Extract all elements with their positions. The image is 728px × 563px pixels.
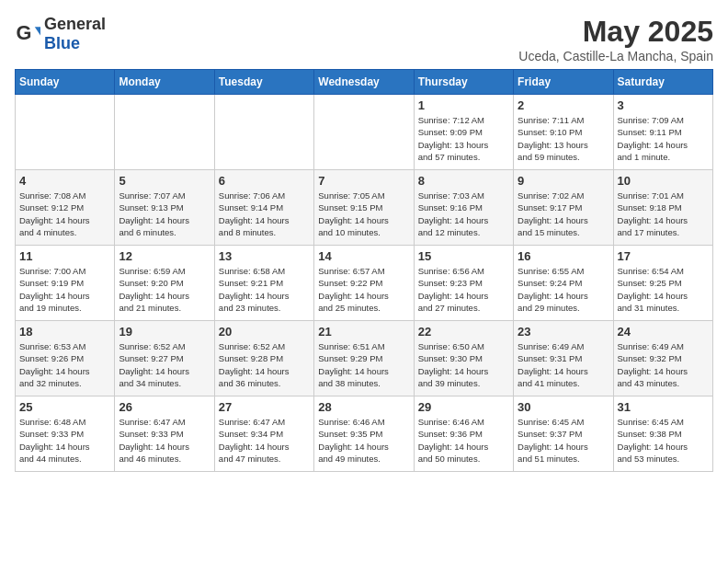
calendar-cell: 2Sunrise: 7:11 AM Sunset: 9:10 PM Daylig… xyxy=(514,95,613,170)
day-info: Sunrise: 6:57 AM Sunset: 9:22 PM Dayligh… xyxy=(318,265,409,314)
calendar-cell xyxy=(115,95,214,170)
subtitle: Uceda, Castille-La Mancha, Spain xyxy=(518,49,713,63)
day-number: 15 xyxy=(418,249,509,263)
day-info: Sunrise: 6:47 AM Sunset: 9:34 PM Dayligh… xyxy=(219,416,310,465)
calendar-cell: 23Sunrise: 6:49 AM Sunset: 9:31 PM Dayli… xyxy=(514,321,613,396)
header: G General Blue May 2025 Uceda, Castille-… xyxy=(15,15,713,63)
day-info: Sunrise: 6:45 AM Sunset: 9:37 PM Dayligh… xyxy=(518,416,609,465)
day-info: Sunrise: 7:08 AM Sunset: 9:12 PM Dayligh… xyxy=(19,190,110,238)
day-number: 23 xyxy=(518,325,609,339)
day-number: 25 xyxy=(19,400,110,414)
day-info: Sunrise: 7:06 AM Sunset: 9:14 PM Dayligh… xyxy=(219,190,310,238)
day-number: 18 xyxy=(19,325,110,339)
day-info: Sunrise: 6:52 AM Sunset: 9:27 PM Dayligh… xyxy=(119,340,210,389)
day-info: Sunrise: 6:54 AM Sunset: 9:25 PM Dayligh… xyxy=(618,265,709,314)
day-info: Sunrise: 7:03 AM Sunset: 9:16 PM Dayligh… xyxy=(418,190,509,238)
calendar-cell: 14Sunrise: 6:57 AM Sunset: 9:22 PM Dayli… xyxy=(314,246,414,321)
day-info: Sunrise: 6:46 AM Sunset: 9:35 PM Dayligh… xyxy=(318,416,409,465)
calendar-cell xyxy=(214,95,313,170)
svg-marker-1 xyxy=(35,27,40,35)
logo-general-text: General xyxy=(44,15,106,33)
calendar-cell: 21Sunrise: 6:51 AM Sunset: 9:29 PM Dayli… xyxy=(314,321,414,396)
calendar-cell xyxy=(16,95,115,170)
calendar-cell: 5Sunrise: 7:07 AM Sunset: 9:13 PM Daylig… xyxy=(115,170,214,246)
day-number: 12 xyxy=(119,249,210,263)
main-title: May 2025 xyxy=(518,15,713,49)
day-number: 26 xyxy=(119,400,210,414)
calendar-cell: 1Sunrise: 7:12 AM Sunset: 9:09 PM Daylig… xyxy=(414,95,513,170)
day-number: 9 xyxy=(518,174,609,188)
calendar-header: SundayMondayTuesdayWednesdayThursdayFrid… xyxy=(16,70,713,95)
calendar-cell: 11Sunrise: 7:00 AM Sunset: 9:19 PM Dayli… xyxy=(16,246,115,321)
logo-blue-text: Blue xyxy=(44,34,80,52)
calendar-cell: 18Sunrise: 6:53 AM Sunset: 9:26 PM Dayli… xyxy=(16,321,115,396)
day-of-week-saturday: Saturday xyxy=(613,70,712,95)
calendar-week-3: 11Sunrise: 7:00 AM Sunset: 9:19 PM Dayli… xyxy=(16,246,713,321)
logo-wordmark: General Blue xyxy=(44,15,106,53)
day-number: 3 xyxy=(618,98,709,112)
day-number: 27 xyxy=(219,400,310,414)
day-number: 4 xyxy=(19,174,110,188)
day-info: Sunrise: 6:53 AM Sunset: 9:26 PM Dayligh… xyxy=(19,340,110,389)
day-of-week-friday: Friday xyxy=(514,70,613,95)
day-number: 22 xyxy=(418,325,509,339)
day-number: 6 xyxy=(219,174,310,188)
day-number: 11 xyxy=(19,249,110,263)
day-number: 10 xyxy=(618,174,709,188)
calendar-cell: 7Sunrise: 7:05 AM Sunset: 9:15 PM Daylig… xyxy=(314,170,414,246)
calendar-cell: 29Sunrise: 6:46 AM Sunset: 9:36 PM Dayli… xyxy=(414,396,513,472)
day-info: Sunrise: 6:48 AM Sunset: 9:33 PM Dayligh… xyxy=(19,416,110,465)
calendar-cell: 24Sunrise: 6:49 AM Sunset: 9:32 PM Dayli… xyxy=(613,321,712,396)
calendar-cell: 13Sunrise: 6:58 AM Sunset: 9:21 PM Dayli… xyxy=(214,246,313,321)
calendar-cell: 30Sunrise: 6:45 AM Sunset: 9:37 PM Dayli… xyxy=(514,396,613,472)
logo: G General Blue xyxy=(15,15,106,53)
calendar-cell: 27Sunrise: 6:47 AM Sunset: 9:34 PM Dayli… xyxy=(214,396,313,472)
svg-text:G: G xyxy=(17,21,32,44)
calendar-cell: 22Sunrise: 6:50 AM Sunset: 9:30 PM Dayli… xyxy=(414,321,513,396)
day-number: 17 xyxy=(618,249,709,263)
day-info: Sunrise: 6:51 AM Sunset: 9:29 PM Dayligh… xyxy=(318,340,409,389)
calendar-cell: 17Sunrise: 6:54 AM Sunset: 9:25 PM Dayli… xyxy=(613,246,712,321)
day-number: 28 xyxy=(318,400,409,414)
title-area: May 2025 Uceda, Castille-La Mancha, Spai… xyxy=(518,15,713,63)
calendar-cell: 15Sunrise: 6:56 AM Sunset: 9:23 PM Dayli… xyxy=(414,246,513,321)
day-of-week-tuesday: Tuesday xyxy=(214,70,313,95)
day-info: Sunrise: 7:05 AM Sunset: 9:15 PM Dayligh… xyxy=(318,190,409,238)
calendar-cell: 9Sunrise: 7:02 AM Sunset: 9:17 PM Daylig… xyxy=(514,170,613,246)
day-number: 24 xyxy=(618,325,709,339)
logo-icon: G xyxy=(15,21,40,47)
day-info: Sunrise: 6:49 AM Sunset: 9:31 PM Dayligh… xyxy=(518,340,609,389)
day-info: Sunrise: 7:09 AM Sunset: 9:11 PM Dayligh… xyxy=(618,114,709,163)
calendar-cell: 28Sunrise: 6:46 AM Sunset: 9:35 PM Dayli… xyxy=(314,396,414,472)
calendar-cell: 31Sunrise: 6:45 AM Sunset: 9:38 PM Dayli… xyxy=(613,396,712,472)
calendar-cell: 8Sunrise: 7:03 AM Sunset: 9:16 PM Daylig… xyxy=(414,170,513,246)
day-number: 21 xyxy=(318,325,409,339)
day-number: 2 xyxy=(518,98,609,112)
day-number: 7 xyxy=(318,174,409,188)
day-number: 20 xyxy=(219,325,310,339)
calendar-week-5: 25Sunrise: 6:48 AM Sunset: 9:33 PM Dayli… xyxy=(16,396,713,472)
day-info: Sunrise: 6:45 AM Sunset: 9:38 PM Dayligh… xyxy=(618,416,709,465)
calendar-cell: 20Sunrise: 6:52 AM Sunset: 9:28 PM Dayli… xyxy=(214,321,313,396)
day-info: Sunrise: 6:52 AM Sunset: 9:28 PM Dayligh… xyxy=(219,340,310,389)
calendar-cell: 4Sunrise: 7:08 AM Sunset: 9:12 PM Daylig… xyxy=(16,170,115,246)
day-number: 30 xyxy=(518,400,609,414)
calendar-cell: 3Sunrise: 7:09 AM Sunset: 9:11 PM Daylig… xyxy=(613,95,712,170)
calendar-cell: 26Sunrise: 6:47 AM Sunset: 9:33 PM Dayli… xyxy=(115,396,214,472)
calendar-cell: 25Sunrise: 6:48 AM Sunset: 9:33 PM Dayli… xyxy=(16,396,115,472)
day-number: 13 xyxy=(219,249,310,263)
day-info: Sunrise: 7:01 AM Sunset: 9:18 PM Dayligh… xyxy=(618,190,709,238)
day-info: Sunrise: 6:46 AM Sunset: 9:36 PM Dayligh… xyxy=(418,416,509,465)
calendar-cell: 6Sunrise: 7:06 AM Sunset: 9:14 PM Daylig… xyxy=(214,170,313,246)
day-info: Sunrise: 6:49 AM Sunset: 9:32 PM Dayligh… xyxy=(618,340,709,389)
calendar-week-1: 1Sunrise: 7:12 AM Sunset: 9:09 PM Daylig… xyxy=(16,95,713,170)
day-info: Sunrise: 6:56 AM Sunset: 9:23 PM Dayligh… xyxy=(418,265,509,314)
calendar-week-4: 18Sunrise: 6:53 AM Sunset: 9:26 PM Dayli… xyxy=(16,321,713,396)
day-info: Sunrise: 6:59 AM Sunset: 9:20 PM Dayligh… xyxy=(119,265,210,314)
calendar-cell: 12Sunrise: 6:59 AM Sunset: 9:20 PM Dayli… xyxy=(115,246,214,321)
day-of-week-sunday: Sunday xyxy=(16,70,115,95)
calendar-cell: 16Sunrise: 6:55 AM Sunset: 9:24 PM Dayli… xyxy=(514,246,613,321)
day-info: Sunrise: 6:58 AM Sunset: 9:21 PM Dayligh… xyxy=(219,265,310,314)
day-number: 8 xyxy=(418,174,509,188)
day-number: 16 xyxy=(518,249,609,263)
